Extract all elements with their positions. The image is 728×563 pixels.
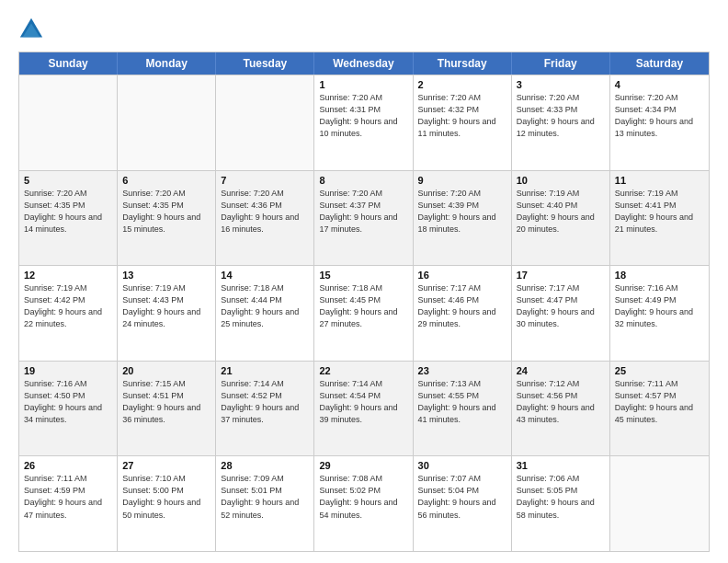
header-day-saturday: Saturday xyxy=(610,52,709,75)
calendar-row-5: 26Sunrise: 7:11 AM Sunset: 4:59 PM Dayli… xyxy=(19,455,709,551)
day-number: 4 xyxy=(615,79,704,90)
day-info: Sunrise: 7:14 AM Sunset: 4:54 PM Dayligh… xyxy=(319,378,407,426)
calendar-cell: 2Sunrise: 7:20 AM Sunset: 4:32 PM Daylig… xyxy=(414,75,512,170)
day-number: 15 xyxy=(319,270,407,281)
day-info: Sunrise: 7:07 AM Sunset: 5:04 PM Dayligh… xyxy=(418,473,506,521)
day-number: 6 xyxy=(122,175,210,186)
day-number: 14 xyxy=(221,270,309,281)
day-info: Sunrise: 7:19 AM Sunset: 4:43 PM Dayligh… xyxy=(122,282,210,330)
day-info: Sunrise: 7:11 AM Sunset: 4:57 PM Dayligh… xyxy=(615,378,704,426)
page: SundayMondayTuesdayWednesdayThursdayFrid… xyxy=(0,0,728,563)
day-info: Sunrise: 7:19 AM Sunset: 4:42 PM Dayligh… xyxy=(24,282,112,330)
calendar-cell: 16Sunrise: 7:17 AM Sunset: 4:46 PM Dayli… xyxy=(414,266,512,361)
calendar-cell: 7Sunrise: 7:20 AM Sunset: 4:36 PM Daylig… xyxy=(216,171,314,266)
day-info: Sunrise: 7:16 AM Sunset: 4:50 PM Dayligh… xyxy=(24,378,112,426)
day-info: Sunrise: 7:20 AM Sunset: 4:32 PM Dayligh… xyxy=(418,92,506,140)
day-number: 2 xyxy=(418,79,506,90)
calendar-cell xyxy=(118,75,216,170)
calendar-cell: 29Sunrise: 7:08 AM Sunset: 5:02 PM Dayli… xyxy=(314,456,413,551)
day-info: Sunrise: 7:10 AM Sunset: 5:00 PM Dayligh… xyxy=(122,473,210,521)
calendar-cell: 20Sunrise: 7:15 AM Sunset: 4:51 PM Dayli… xyxy=(118,362,216,456)
day-number: 18 xyxy=(615,270,704,281)
calendar-cell: 11Sunrise: 7:19 AM Sunset: 4:41 PM Dayli… xyxy=(610,171,709,266)
day-info: Sunrise: 7:17 AM Sunset: 4:46 PM Dayligh… xyxy=(418,282,506,330)
day-info: Sunrise: 7:11 AM Sunset: 4:59 PM Dayligh… xyxy=(24,473,112,521)
day-info: Sunrise: 7:16 AM Sunset: 4:49 PM Dayligh… xyxy=(615,282,704,330)
calendar-cell: 31Sunrise: 7:06 AM Sunset: 5:05 PM Dayli… xyxy=(512,456,610,551)
day-number: 24 xyxy=(517,365,605,376)
day-number: 27 xyxy=(122,460,210,471)
header-day-wednesday: Wednesday xyxy=(314,52,413,75)
day-number: 25 xyxy=(615,365,704,376)
day-info: Sunrise: 7:20 AM Sunset: 4:35 PM Dayligh… xyxy=(24,188,112,236)
day-number: 22 xyxy=(319,365,407,376)
calendar-row-2: 5Sunrise: 7:20 AM Sunset: 4:35 PM Daylig… xyxy=(19,170,709,266)
day-number: 17 xyxy=(517,270,605,281)
calendar-cell: 19Sunrise: 7:16 AM Sunset: 4:50 PM Dayli… xyxy=(19,362,118,456)
calendar-cell: 9Sunrise: 7:20 AM Sunset: 4:39 PM Daylig… xyxy=(414,171,512,266)
day-number: 21 xyxy=(221,365,309,376)
calendar-cell: 1Sunrise: 7:20 AM Sunset: 4:31 PM Daylig… xyxy=(314,75,413,170)
header-day-tuesday: Tuesday xyxy=(216,52,314,75)
calendar-cell: 5Sunrise: 7:20 AM Sunset: 4:35 PM Daylig… xyxy=(19,171,118,266)
calendar-cell: 28Sunrise: 7:09 AM Sunset: 5:01 PM Dayli… xyxy=(216,456,314,551)
day-info: Sunrise: 7:19 AM Sunset: 4:40 PM Dayligh… xyxy=(517,188,605,236)
day-number: 30 xyxy=(418,460,506,471)
day-number: 13 xyxy=(122,270,210,281)
day-number: 10 xyxy=(517,175,605,186)
header xyxy=(18,17,710,42)
day-info: Sunrise: 7:20 AM Sunset: 4:35 PM Dayligh… xyxy=(122,188,210,236)
day-info: Sunrise: 7:20 AM Sunset: 4:37 PM Dayligh… xyxy=(319,188,407,236)
calendar-cell: 14Sunrise: 7:18 AM Sunset: 4:44 PM Dayli… xyxy=(216,266,314,361)
calendar-cell: 27Sunrise: 7:10 AM Sunset: 5:00 PM Dayli… xyxy=(118,456,216,551)
calendar-cell: 30Sunrise: 7:07 AM Sunset: 5:04 PM Dayli… xyxy=(414,456,512,551)
day-number: 7 xyxy=(221,175,309,186)
day-info: Sunrise: 7:20 AM Sunset: 4:33 PM Dayligh… xyxy=(517,92,605,140)
day-info: Sunrise: 7:20 AM Sunset: 4:34 PM Dayligh… xyxy=(615,92,704,140)
day-number: 3 xyxy=(517,79,605,90)
calendar-cell: 17Sunrise: 7:17 AM Sunset: 4:47 PM Dayli… xyxy=(512,266,610,361)
calendar-row-1: 1Sunrise: 7:20 AM Sunset: 4:31 PM Daylig… xyxy=(19,75,709,170)
calendar-cell: 8Sunrise: 7:20 AM Sunset: 4:37 PM Daylig… xyxy=(314,171,413,266)
calendar: SundayMondayTuesdayWednesdayThursdayFrid… xyxy=(18,52,710,552)
calendar-row-4: 19Sunrise: 7:16 AM Sunset: 4:50 PM Dayli… xyxy=(19,361,709,456)
day-info: Sunrise: 7:09 AM Sunset: 5:01 PM Dayligh… xyxy=(221,473,309,521)
day-number: 20 xyxy=(122,365,210,376)
calendar-cell: 21Sunrise: 7:14 AM Sunset: 4:52 PM Dayli… xyxy=(216,362,314,456)
calendar-cell: 12Sunrise: 7:19 AM Sunset: 4:42 PM Dayli… xyxy=(19,266,118,361)
day-number: 23 xyxy=(418,365,506,376)
day-info: Sunrise: 7:20 AM Sunset: 4:36 PM Dayligh… xyxy=(221,188,309,236)
calendar-cell xyxy=(610,456,709,551)
day-number: 28 xyxy=(221,460,309,471)
calendar-cell: 3Sunrise: 7:20 AM Sunset: 4:33 PM Daylig… xyxy=(512,75,610,170)
day-number: 11 xyxy=(615,175,704,186)
calendar-cell xyxy=(19,75,118,170)
day-number: 29 xyxy=(319,460,407,471)
day-info: Sunrise: 7:17 AM Sunset: 4:47 PM Dayligh… xyxy=(517,282,605,330)
day-number: 5 xyxy=(24,175,112,186)
day-info: Sunrise: 7:19 AM Sunset: 4:41 PM Dayligh… xyxy=(615,188,704,236)
logo xyxy=(18,17,48,42)
day-number: 9 xyxy=(418,175,506,186)
calendar-cell: 23Sunrise: 7:13 AM Sunset: 4:55 PM Dayli… xyxy=(414,362,512,456)
day-number: 8 xyxy=(319,175,407,186)
day-info: Sunrise: 7:13 AM Sunset: 4:55 PM Dayligh… xyxy=(418,378,506,426)
calendar-cell: 10Sunrise: 7:19 AM Sunset: 4:40 PM Dayli… xyxy=(512,171,610,266)
day-info: Sunrise: 7:18 AM Sunset: 4:45 PM Dayligh… xyxy=(319,282,407,330)
calendar-header: SundayMondayTuesdayWednesdayThursdayFrid… xyxy=(19,52,709,75)
day-info: Sunrise: 7:18 AM Sunset: 4:44 PM Dayligh… xyxy=(221,282,309,330)
calendar-cell: 24Sunrise: 7:12 AM Sunset: 4:56 PM Dayli… xyxy=(512,362,610,456)
header-day-friday: Friday xyxy=(512,52,610,75)
calendar-cell: 25Sunrise: 7:11 AM Sunset: 4:57 PM Dayli… xyxy=(610,362,709,456)
header-day-sunday: Sunday xyxy=(19,52,118,75)
day-number: 1 xyxy=(319,79,407,90)
calendar-body: 1Sunrise: 7:20 AM Sunset: 4:31 PM Daylig… xyxy=(19,75,709,551)
logo-icon xyxy=(18,17,44,42)
day-number: 26 xyxy=(24,460,112,471)
calendar-cell: 13Sunrise: 7:19 AM Sunset: 4:43 PM Dayli… xyxy=(118,266,216,361)
day-number: 12 xyxy=(24,270,112,281)
calendar-cell: 18Sunrise: 7:16 AM Sunset: 4:49 PM Dayli… xyxy=(610,266,709,361)
day-number: 31 xyxy=(517,460,605,471)
calendar-cell: 6Sunrise: 7:20 AM Sunset: 4:35 PM Daylig… xyxy=(118,171,216,266)
calendar-row-3: 12Sunrise: 7:19 AM Sunset: 4:42 PM Dayli… xyxy=(19,265,709,361)
